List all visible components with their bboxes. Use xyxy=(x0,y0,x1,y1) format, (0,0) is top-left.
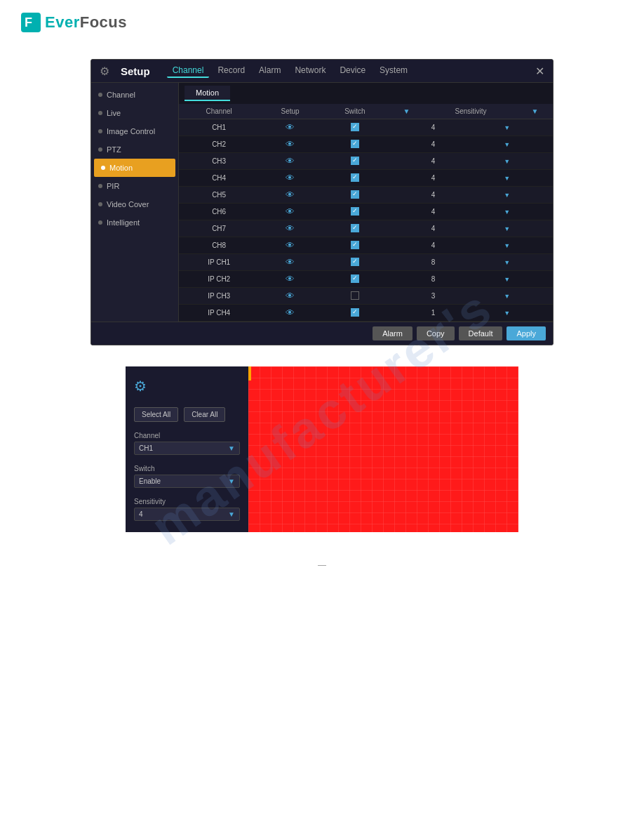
cell-channel: CH4 xyxy=(179,170,259,187)
sensitivity-select[interactable]: 4 ▼ xyxy=(134,508,240,521)
channel-select[interactable]: CH1 ▼ xyxy=(134,442,240,455)
dropdown-arrow-icon[interactable]: ▼ xyxy=(504,175,510,182)
eye-icon: 👁 xyxy=(286,156,295,166)
checkbox-checked[interactable] xyxy=(351,173,359,182)
default-button[interactable]: Default xyxy=(459,326,503,340)
cell-switch[interactable] xyxy=(321,119,389,136)
eye-icon: 👁 xyxy=(286,274,295,284)
motion-sidebar: ⚙ Select All Clear All Channel CH1 ▼ Swi… xyxy=(126,366,248,532)
cell-switch[interactable] xyxy=(321,136,389,153)
checkbox-checked[interactable] xyxy=(351,308,359,317)
select-all-button[interactable]: Select All xyxy=(134,407,178,422)
checkbox-checked[interactable] xyxy=(351,258,359,266)
checkbox-checked[interactable] xyxy=(351,123,359,131)
checkbox-empty[interactable] xyxy=(351,291,359,300)
setup-titlebar: ⚙ Setup Channel Record Alarm Network Dev… xyxy=(91,60,553,83)
cell-sensitivity: 4▼ xyxy=(424,237,517,254)
sidebar-item-intelligent[interactable]: Intelligent xyxy=(91,213,178,232)
checkbox-checked[interactable] xyxy=(351,224,359,232)
sidebar-item-video-cover[interactable]: Video Cover xyxy=(91,195,178,213)
apply-button[interactable]: Apply xyxy=(507,326,546,340)
dot-icon xyxy=(98,93,102,97)
checkbox-checked[interactable] xyxy=(351,157,359,165)
dropdown-arrow-icon[interactable]: ▼ xyxy=(504,141,510,148)
cell-switch[interactable] xyxy=(321,271,389,288)
dropdown-arrow-icon[interactable]: ▼ xyxy=(504,242,510,249)
eye-icon: 👁 xyxy=(286,190,295,200)
sidebar-item-image-control[interactable]: Image Control xyxy=(91,122,178,140)
eye-icon: 👁 xyxy=(286,307,295,318)
setup-title: Setup xyxy=(121,65,150,77)
dropdown-arrow-icon[interactable]: ▼ xyxy=(504,276,510,283)
cell-setup[interactable]: 👁 xyxy=(259,204,321,220)
col-sensitivity-arrow: ▼ xyxy=(517,104,553,119)
cell-sensitivity: 4▼ xyxy=(424,136,517,153)
checkbox-checked[interactable] xyxy=(351,207,359,216)
col-channel: Channel xyxy=(179,104,259,119)
cell-channel: CH2 xyxy=(179,136,259,153)
cell-switch[interactable] xyxy=(321,204,389,220)
checkbox-checked[interactable] xyxy=(351,140,359,148)
cell-setup[interactable]: 👁 xyxy=(259,220,321,237)
cell-switch[interactable] xyxy=(321,153,389,170)
sidebar-item-ptz[interactable]: PTZ xyxy=(91,140,178,159)
nav-channel[interactable]: Channel xyxy=(167,64,210,78)
cell-setup[interactable]: 👁 xyxy=(259,271,321,288)
cell-setup[interactable]: 👁 xyxy=(259,119,321,136)
table-row: CH6👁4▼ xyxy=(179,204,553,220)
cell-setup[interactable]: 👁 xyxy=(259,187,321,204)
setup-window: ⚙ Setup Channel Record Alarm Network Dev… xyxy=(90,59,554,345)
cell-setup[interactable]: 👁 xyxy=(259,136,321,153)
nav-alarm[interactable]: Alarm xyxy=(253,64,286,78)
cell-switch[interactable] xyxy=(321,187,389,204)
cell-setup[interactable]: 👁 xyxy=(259,153,321,170)
dropdown-arrow-icon[interactable]: ▼ xyxy=(504,208,510,216)
clear-all-button[interactable]: Clear All xyxy=(184,407,225,422)
cell-switch[interactable] xyxy=(321,288,389,305)
nav-system[interactable]: System xyxy=(374,64,413,78)
cell-setup[interactable]: 👁 xyxy=(259,170,321,187)
sidebar-item-motion[interactable]: Motion xyxy=(94,159,175,177)
eye-icon: 👁 xyxy=(286,291,295,301)
cell-setup[interactable]: 👁 xyxy=(259,305,321,322)
cell-switch[interactable] xyxy=(321,220,389,237)
nav-network[interactable]: Network xyxy=(289,64,331,78)
cell-switch[interactable] xyxy=(321,254,389,271)
dot-icon xyxy=(98,129,102,133)
nav-device[interactable]: Device xyxy=(334,64,371,78)
checkbox-checked[interactable] xyxy=(351,274,359,283)
dropdown-arrow-icon[interactable]: ▼ xyxy=(504,225,510,232)
cell-setup[interactable]: 👁 xyxy=(259,237,321,254)
dropdown-arrow-icon[interactable]: ▼ xyxy=(504,293,510,300)
copy-button[interactable]: Copy xyxy=(417,326,455,340)
nav-record[interactable]: Record xyxy=(212,64,250,78)
logo-text: EverFocus xyxy=(45,13,127,32)
dropdown-arrow-icon[interactable]: ▼ xyxy=(504,310,510,317)
table-row: CH1👁4▼ xyxy=(179,119,553,136)
col-switch-arrow: ▼ xyxy=(389,104,424,119)
dot-icon xyxy=(98,147,102,152)
switch-select[interactable]: Enable ▼ xyxy=(134,475,240,488)
close-button[interactable]: ✕ xyxy=(535,65,544,78)
alarm-button[interactable]: Alarm xyxy=(373,326,412,340)
cell-switch[interactable] xyxy=(321,237,389,254)
dropdown-arrow-icon[interactable]: ▼ xyxy=(504,192,510,199)
table-row: CH7👁4▼ xyxy=(179,220,553,237)
cell-switch[interactable] xyxy=(321,305,389,322)
cell-sensitivity: 1▼ xyxy=(424,305,517,322)
motion-tab[interactable]: Motion xyxy=(185,86,230,101)
sidebar-item-pir[interactable]: PIR xyxy=(91,177,178,195)
setup-main-panel: Motion Channel Setup Switch ▼ Sensitivit… xyxy=(179,83,553,322)
cell-setup[interactable]: 👁 xyxy=(259,288,321,305)
dropdown-arrow-icon[interactable]: ▼ xyxy=(504,259,510,266)
dropdown-arrow-icon[interactable]: ▼ xyxy=(504,124,510,131)
cell-setup[interactable]: 👁 xyxy=(259,254,321,271)
sidebar-item-live[interactable]: Live xyxy=(91,104,178,122)
checkbox-checked[interactable] xyxy=(351,241,359,249)
sidebar-item-channel[interactable]: Channel xyxy=(91,86,178,104)
eye-icon: 👁 xyxy=(286,139,295,150)
dropdown-arrow-icon[interactable]: ▼ xyxy=(504,158,510,165)
cell-switch[interactable] xyxy=(321,170,389,187)
checkbox-checked[interactable] xyxy=(351,190,359,199)
eye-icon: 👁 xyxy=(286,173,295,183)
